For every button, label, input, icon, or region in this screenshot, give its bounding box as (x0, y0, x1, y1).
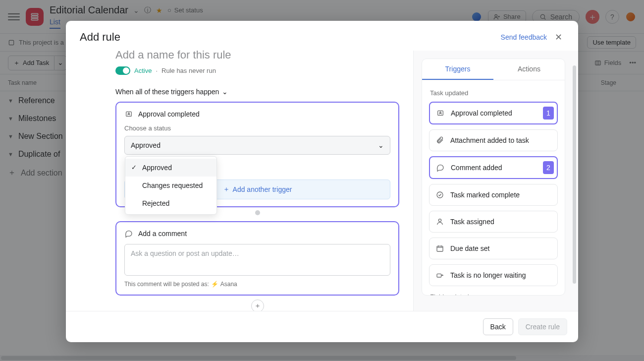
svg-point-13 (128, 113, 130, 114)
when-triggers-label[interactable]: When all of these triggers happen ⌄ (115, 88, 399, 96)
chevron-down-icon: ⌄ (222, 88, 228, 96)
rule-builder: Add a name for this rule Active · Rule h… (66, 51, 414, 311)
modal-title: Add rule (80, 31, 120, 44)
create-rule-button[interactable]: Create rule (518, 318, 567, 335)
trigger-item-label: Task assigned (450, 218, 494, 226)
chevron-down-icon: ⌄ (378, 141, 384, 149)
order-badge: 1 (543, 107, 554, 120)
comment-icon (124, 229, 133, 238)
bolt-icon: ⚡ (211, 281, 218, 288)
back-button[interactable]: Back (483, 318, 513, 335)
approval-icon (124, 110, 133, 119)
panel-scrollbar-thumb[interactable] (573, 65, 576, 284)
trigger-item-comment[interactable]: Comment added 2 (429, 156, 558, 179)
tab-actions[interactable]: Actions (493, 59, 565, 80)
status-select-value: Approved (131, 141, 161, 149)
active-label: Active (134, 67, 152, 74)
trigger-item-attachment[interactable]: Attachment added to task (429, 129, 558, 151)
active-toggle[interactable] (115, 66, 130, 75)
group-task-updated: Task updated (430, 89, 557, 97)
action-card-comment[interactable]: Add a comment Ask a question or post an … (115, 221, 399, 296)
check-circle-icon (435, 190, 444, 199)
dot: · (156, 67, 158, 74)
order-badge: 2 (543, 161, 554, 174)
svg-rect-18 (437, 246, 443, 251)
add-action-button[interactable]: ＋ (251, 300, 264, 311)
svg-point-17 (438, 219, 441, 222)
posted-as-name: Asana (220, 281, 237, 288)
trigger-card-approval[interactable]: Approval completed Choose a status Appro… (115, 102, 399, 207)
status-option-approved[interactable]: Approved (125, 159, 216, 177)
trigger-item-waiting[interactable]: Task is no longer waiting (429, 264, 558, 286)
choose-status-label: Choose a status (124, 124, 390, 132)
trigger-item-complete[interactable]: Task marked complete (429, 184, 558, 206)
triggers-panel: Triggers Actions Task updated Approval c… (422, 59, 565, 296)
send-feedback-link[interactable]: Send feedback (501, 33, 547, 41)
posted-as-prefix: This comment will be posted as: (124, 281, 209, 288)
waiting-icon (435, 271, 444, 280)
trigger-item-duedate[interactable]: Due date set (429, 238, 558, 259)
trigger-item-assigned[interactable]: Task assigned (429, 211, 558, 233)
tab-triggers[interactable]: Triggers (422, 59, 493, 80)
svg-point-15 (440, 112, 441, 113)
plus-icon: ＋ (223, 185, 230, 194)
status-option-rejected[interactable]: Rejected (125, 194, 216, 212)
trigger-item-approval[interactable]: Approval completed 1 (429, 102, 558, 124)
status-option-changes[interactable]: Changes requested (125, 177, 216, 194)
status-dropdown: Approved Changes requested Rejected (125, 156, 217, 215)
modal-overlay: Add rule Send feedback ✕ Add a name for … (0, 0, 644, 361)
trigger-title: Approval completed (138, 110, 200, 118)
trigger-item-label: Approval completed (451, 109, 512, 117)
never-run-label: Rule has never run (161, 67, 216, 74)
calendar-icon (435, 244, 444, 253)
comment-textarea[interactable]: Ask a question or post an update… (124, 244, 390, 276)
trigger-item-label: Due date set (450, 244, 489, 252)
rule-name-input[interactable]: Add a name for this rule (115, 51, 399, 61)
group-field-updated: Field updated (430, 293, 557, 295)
trigger-item-label: Comment added (451, 164, 502, 172)
status-select[interactable]: Approved ⌄ Approved Changes requested Re… (124, 136, 390, 155)
action-title: Add a comment (138, 230, 187, 238)
connector-icon (255, 210, 260, 215)
attachment-icon (435, 136, 444, 145)
add-trigger-label: Add another trigger (233, 185, 292, 193)
add-rule-modal: Add rule Send feedback ✕ Add a name for … (66, 21, 578, 342)
comment-icon (436, 163, 445, 172)
when-label: When all of these triggers happen (115, 88, 219, 96)
trigger-item-label: Task marked complete (450, 191, 520, 199)
trigger-item-label: Task is no longer waiting (450, 271, 526, 279)
svg-point-16 (437, 192, 443, 198)
close-icon[interactable]: ✕ (553, 30, 564, 45)
svg-rect-22 (437, 274, 441, 277)
user-icon (435, 217, 444, 226)
approval-icon (436, 109, 445, 118)
trigger-item-label: Attachment added to task (450, 136, 529, 144)
